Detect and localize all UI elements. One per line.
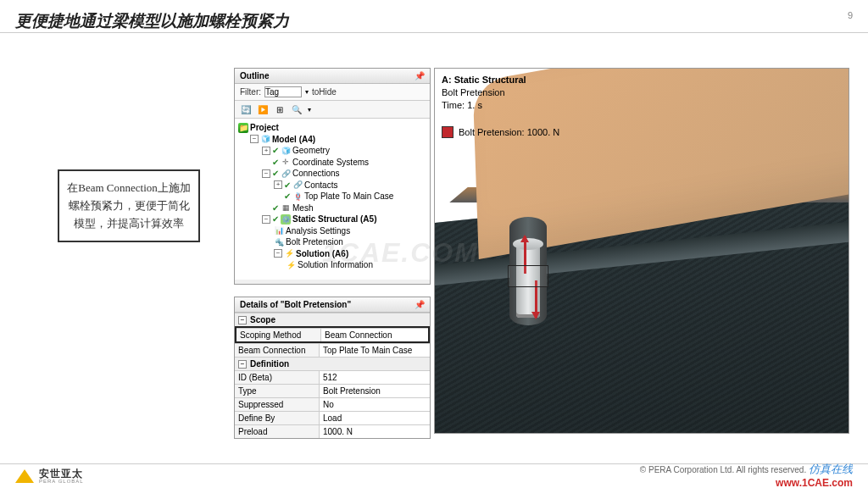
row-define-by[interactable]: Define ByLoad: [235, 411, 430, 424]
check-icon: ✔: [272, 145, 279, 157]
pin-icon[interactable]: 📌: [415, 300, 425, 309]
prop-value[interactable]: Top Plate To Main Case: [320, 344, 430, 357]
prop-value[interactable]: Bolt Pretension: [320, 385, 430, 397]
collapse-icon[interactable]: −: [238, 316, 247, 324]
callout-box: 在Beam Connection上施加螺栓预紧力，更便于简化模型，并提高计算效率: [58, 169, 200, 242]
toolbar-dropdown-icon[interactable]: ▾: [308, 106, 311, 114]
tree-label: Model (A4): [272, 134, 315, 146]
check-icon: ✔: [272, 214, 279, 225]
tree-node-pretension[interactable]: 🔩Bolt Pretension: [274, 236, 428, 248]
project-icon: 📁: [238, 123, 248, 133]
tree-node-env[interactable]: −✔⚙️Static Structural (A5): [262, 214, 428, 225]
warning-icon: ⚡: [286, 260, 296, 270]
row-id[interactable]: ID (Beta)512: [235, 370, 430, 384]
prop-value[interactable]: 1000. N: [320, 425, 430, 438]
solution-icon: ⚡: [284, 248, 294, 258]
object-name: Bolt Pretension: [442, 86, 526, 99]
check-icon: ✔: [284, 180, 291, 191]
filter-row: Filter: ▾ toHide: [235, 84, 430, 101]
page-number: 9: [848, 10, 853, 20]
check-icon: ✔: [272, 202, 279, 214]
bolt-icon: 🔩: [274, 237, 284, 247]
prop-value[interactable]: Beam Connection: [321, 329, 428, 341]
collapse-icon[interactable]: −: [250, 135, 259, 143]
tree-node-connections[interactable]: −✔🔗Connections: [262, 168, 428, 180]
tree-label: Static Structural (A5): [292, 214, 376, 225]
prop-value[interactable]: Load: [320, 412, 430, 424]
filter-label: Filter:: [240, 87, 261, 97]
filter-dropdown-icon[interactable]: ▾: [305, 88, 309, 96]
time-label: Time: 1. s: [442, 99, 526, 112]
search-icon[interactable]: 🔍: [291, 103, 303, 115]
graphics-viewport[interactable]: A: Static Structural Bolt Pretension Tim…: [434, 68, 849, 434]
check-icon: ✔: [272, 168, 279, 180]
filter-hint: toHide: [312, 87, 337, 97]
row-scoping-method[interactable]: Scoping MethodBeam Connection: [236, 328, 428, 341]
outline-tree[interactable]: 📁Project −🧊Model (A4) +✔🧊Geometry −✔✛Coo…: [235, 119, 430, 280]
credit-cn: 仿真在线: [809, 463, 853, 475]
geometry-icon: 🧊: [281, 146, 291, 156]
collapse-icon[interactable]: −: [262, 215, 270, 224]
collapse-all-icon[interactable]: ⊞: [274, 103, 286, 115]
refresh-icon[interactable]: 🔄: [240, 103, 252, 115]
credits: © PERA Corporation Ltd. All rights reser…: [640, 463, 853, 488]
selection-box: [508, 265, 548, 287]
tree-node-geometry[interactable]: +✔🧊Geometry: [262, 145, 428, 157]
filter-input[interactable]: [264, 86, 302, 97]
prop-value[interactable]: 512: [320, 371, 430, 384]
expand-icon[interactable]: +: [262, 147, 270, 155]
row-type[interactable]: TypeBolt Pretension: [235, 384, 430, 397]
outline-title: Outline: [240, 71, 269, 80]
tree-label: Solution (A6): [296, 248, 348, 260]
prop-key: Beam Connection: [235, 344, 320, 357]
prop-value[interactable]: No: [320, 398, 430, 411]
outline-panel: Outline 📌 Filter: ▾ toHide 🔄 ▶️ ⊞ 🔍 ▾ 📁P…: [234, 68, 431, 285]
tree-node-mesh[interactable]: −✔▦Mesh: [262, 202, 428, 214]
expand-icon[interactable]: ▶️: [257, 103, 269, 115]
connections-icon: 🔗: [281, 169, 291, 179]
tree-node-beam[interactable]: −✔🪢Top Plate To Main Case: [274, 191, 428, 202]
prop-key: Preload: [235, 425, 320, 438]
tree-label: Mesh: [292, 202, 313, 214]
group-label: Scope: [250, 315, 275, 324]
tree-node-contacts[interactable]: +✔🔗Contacts: [274, 180, 428, 191]
prop-key: Type: [235, 385, 320, 397]
env-title: A: Static Structural: [442, 74, 526, 86]
tree-label: Connections: [292, 168, 340, 180]
tree-node-solution[interactable]: −⚡Solution (A6): [274, 248, 428, 260]
group-scope[interactable]: −Scope: [235, 313, 430, 326]
group-definition[interactable]: −Definition: [235, 357, 430, 370]
expand-icon[interactable]: +: [274, 180, 282, 189]
header-divider: [0, 32, 868, 33]
row-preload[interactable]: Preload1000. N: [235, 424, 430, 438]
model-3d[interactable]: [435, 69, 849, 433]
logo-en: PERA GLOBAL: [39, 479, 84, 484]
tree-label: Top Plate To Main Case: [304, 191, 393, 202]
analysis-icon: 📊: [274, 225, 284, 236]
tree-node-solinfo[interactable]: ⚡Solution Information: [286, 259, 428, 271]
highlighted-row: Scoping MethodBeam Connection: [235, 326, 430, 343]
outline-toolbar: 🔄 ▶️ ⊞ 🔍 ▾: [235, 101, 430, 119]
collapse-icon[interactable]: −: [274, 249, 282, 258]
collapse-icon[interactable]: −: [262, 169, 270, 178]
details-grid: −Scope Scoping MethodBeam Connection Bea…: [235, 313, 430, 438]
row-suppressed[interactable]: SuppressedNo: [235, 397, 430, 411]
logo: 安世亚太 PERA GLOBAL: [15, 469, 84, 484]
tree-label: Geometry: [292, 145, 330, 157]
collapse-icon[interactable]: −: [238, 360, 247, 369]
prop-key: Define By: [235, 412, 320, 424]
check-icon: ✔: [272, 157, 279, 169]
outline-header: Outline 📌: [235, 69, 430, 84]
tree-node-analysis[interactable]: 📊Analysis Settings: [274, 225, 428, 237]
details-panel: Details of "Bolt Pretension" 📌 −Scope Sc…: [234, 297, 431, 439]
beam-icon: 🪢: [292, 191, 303, 202]
tree-node-project[interactable]: 📁Project: [238, 122, 428, 134]
pin-icon[interactable]: 📌: [415, 71, 425, 80]
details-header: Details of "Bolt Pretension" 📌: [235, 297, 430, 313]
prop-key: Suppressed: [235, 398, 320, 411]
row-beam-connection[interactable]: Beam ConnectionTop Plate To Main Case: [235, 343, 430, 357]
copyright: © PERA Corporation Ltd. All rights reser…: [640, 465, 806, 474]
tree-node-model[interactable]: −🧊Model (A4): [250, 134, 428, 146]
footer: 安世亚太 PERA GLOBAL © PERA Corporation Ltd.…: [0, 464, 868, 488]
tree-node-coord[interactable]: −✔✛Coordinate Systems: [262, 157, 428, 169]
